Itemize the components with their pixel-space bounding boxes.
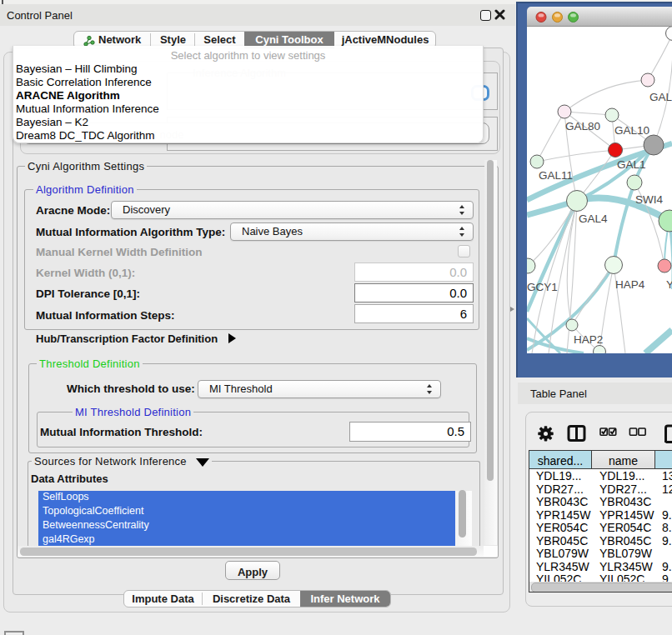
svg-text:GAL4: GAL4 [579,212,608,225]
svg-text:GAL80: GAL80 [565,120,600,132]
svg-text:HAP4: HAP4 [615,278,645,291]
svg-text:SWI4: SWI4 [635,193,663,206]
svg-text:GAL1: GAL1 [617,158,646,171]
svg-text:GAL11: GAL11 [539,169,573,182]
svg-text:GAL: GAL [649,91,672,103]
svg-text:Y: Y [666,278,672,291]
svg-text:GCY1: GCY1 [527,281,558,293]
svg-text:GAL10: GAL10 [614,124,649,137]
svg-text:HAP2: HAP2 [574,333,603,346]
